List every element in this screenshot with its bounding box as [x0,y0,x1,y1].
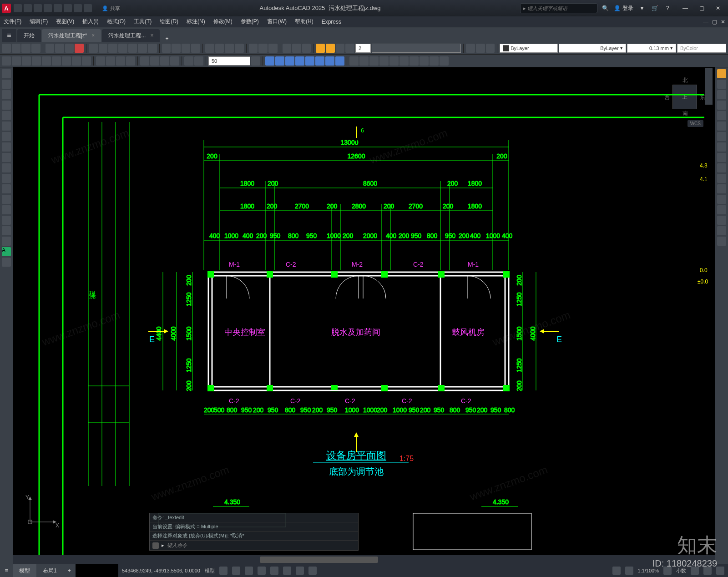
layer-number-combo[interactable]: 2 [355,44,371,53]
tool-icon[interactable] [46,44,55,53]
search-icon[interactable]: 🔍 [601,4,609,12]
tab-start[interactable]: 开始 [17,29,41,42]
layer-sun-icon[interactable] [326,44,335,53]
rect-tool-icon[interactable] [2,111,11,120]
app-icon[interactable]: A [2,4,11,13]
tab-file-2[interactable]: 污水处理工程...× [102,29,160,42]
menu-help[interactable]: 帮助(H) [295,18,313,25]
tool-icon[interactable] [369,56,379,66]
dim-tool-icon[interactable] [82,56,91,66]
dim-tool-icon[interactable] [62,56,71,66]
plotstyle-combo[interactable]: ByColor [677,44,726,53]
tool-icon[interactable] [138,44,147,53]
layer-lightbulb-icon[interactable] [316,44,325,53]
qat-save-icon[interactable] [34,4,42,12]
menu-window[interactable]: 窗口(W) [267,18,287,25]
status-lwt-icon[interactable] [308,567,317,575]
tool-icon[interactable] [2,205,11,214]
qat-cloud-icon[interactable] [54,4,62,12]
menu-param[interactable]: 参数(P) [241,18,259,25]
search-box[interactable]: ▸ 键入关键字或短语 [520,3,597,13]
status-icon[interactable] [703,567,712,575]
offset-tool-icon[interactable] [717,111,726,120]
table-tool-icon[interactable] [2,184,11,193]
tool-icon[interactable] [2,216,11,225]
dim-tool-icon[interactable] [170,56,179,66]
tool-icon[interactable] [265,56,274,66]
mirror-tool-icon[interactable] [717,101,726,110]
status-ortho-icon[interactable] [245,567,253,575]
chamfer-tool-icon[interactable] [717,226,726,235]
status-menu-icon[interactable] [716,567,724,575]
arc-tool-icon[interactable] [2,101,11,110]
doc-close-button[interactable]: ✕ [721,19,725,25]
tool-icon[interactable] [2,44,11,53]
dim-tool-icon[interactable] [184,56,193,66]
circle-tool-icon[interactable] [2,90,11,99]
menu-express[interactable]: Express [322,19,341,25]
status-icon[interactable] [612,567,621,575]
qat-open-icon[interactable] [24,4,32,12]
new-tab-button[interactable]: + [161,35,173,42]
dim-tool-icon[interactable] [150,56,159,66]
color-combo[interactable]: ByLayer [500,44,558,53]
add-layout-button[interactable]: + [63,567,76,574]
tool-icon[interactable] [148,44,157,53]
tool-icon[interactable] [295,56,304,66]
dim-tool-icon[interactable] [194,56,203,66]
tool-icon[interactable] [349,56,359,66]
menu-file[interactable]: 文件(F) [4,18,21,25]
status-osnap-icon[interactable] [270,567,278,575]
menu-insert[interactable]: 插入(I) [82,18,98,25]
tool-icon[interactable] [283,44,292,53]
horizontal-scrollbar[interactable] [13,555,719,564]
tool-icon[interactable] [12,44,21,53]
tool-icon[interactable] [108,44,117,53]
status-track-icon[interactable] [283,567,291,575]
tool-icon[interactable] [2,258,11,267]
menu-tools[interactable]: 工具(T) [134,18,152,25]
layout-menu-icon[interactable]: ≡ [0,567,13,574]
tool-icon[interactable] [191,44,200,53]
file-tab-menu-icon[interactable]: ≡ [2,29,16,42]
close-tab-icon[interactable]: × [150,32,153,39]
dim-tool-icon[interactable] [140,56,149,66]
extend-tool-icon[interactable] [717,184,726,193]
qat-new-icon[interactable] [14,4,22,12]
tab-layout1[interactable]: 布局1 [36,564,63,577]
dim-tool-icon[interactable] [12,56,21,66]
tool-icon[interactable] [55,44,64,53]
tool-icon[interactable] [359,56,369,66]
tool-icon[interactable] [486,44,495,53]
status-icon[interactable] [625,567,633,575]
ellipse-tool-icon[interactable] [2,121,11,131]
layer-lock-icon[interactable] [336,44,345,53]
trim-tool-icon[interactable] [717,174,726,183]
status-polar-icon[interactable] [258,567,266,575]
tool-icon[interactable] [325,56,334,66]
point-tool-icon[interactable] [2,153,11,162]
qat-undo-icon[interactable] [74,4,82,12]
tool-icon[interactable] [717,69,726,78]
drawing-canvas[interactable]: 现 浇 13000 200 12600 200 1800 200 8600 20… [13,67,728,564]
scrollbar-thumb[interactable] [260,557,378,563]
scale-combo[interactable]: 50 [208,56,250,66]
break-tool-icon[interactable] [717,195,726,204]
tool-icon[interactable] [172,44,181,53]
tool-icon[interactable] [235,44,244,53]
dim-tool-icon[interactable] [251,56,260,66]
status-model[interactable]: 模型 [205,567,215,574]
tool-icon[interactable] [2,226,11,235]
dim-tool-icon[interactable] [22,56,31,66]
tool-icon[interactable] [335,56,344,66]
dim-tool-icon[interactable] [126,56,135,66]
ucs-icon[interactable]: YX [25,495,62,532]
tool-icon[interactable] [31,44,40,53]
line-tool-icon[interactable] [2,69,11,78]
tool-icon[interactable] [182,44,191,53]
app-store-icon[interactable]: 🛒 [651,4,659,12]
join-tool-icon[interactable] [717,205,726,214]
tool-icon[interactable] [258,44,268,53]
tool-icon[interactable] [302,44,311,53]
dim-tool-icon[interactable] [72,56,81,66]
